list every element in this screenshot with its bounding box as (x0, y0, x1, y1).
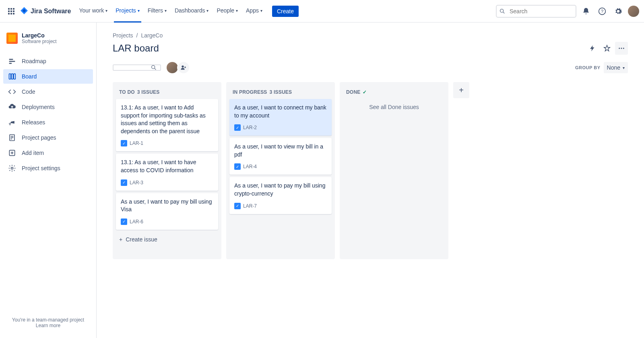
jira-logo[interactable]: Jira Software (19, 6, 71, 16)
notifications-button[interactable] (580, 5, 592, 18)
help-button[interactable]: ? (596, 5, 609, 18)
svg-line-22 (155, 68, 156, 70)
page-actions (586, 42, 628, 55)
pages-icon (8, 134, 16, 142)
svg-rect-6 (9, 63, 12, 64)
group-by-control: GROUP BY None▾ (575, 62, 628, 73)
card-title: As a user, I want to view my bill in a p… (234, 143, 327, 159)
sidebar-item-board[interactable]: Board (3, 69, 93, 84)
issue-card[interactable]: 13.1: As a user, I want to have access t… (116, 154, 218, 190)
breadcrumb-projects[interactable]: Projects (113, 32, 133, 39)
nav-projects[interactable]: Projects▾ (114, 0, 141, 23)
task-icon: ✓ (121, 140, 127, 146)
grid-icon (8, 8, 14, 14)
sidebar-item-label: Code (22, 89, 35, 95)
sidebar-item-add[interactable]: Add item (3, 146, 93, 160)
sidebar-item-roadmap[interactable]: Roadmap (3, 54, 93, 68)
card-key: LAR-4 (243, 164, 257, 169)
issue-card[interactable]: As a user, I want to pay my bill using V… (116, 193, 218, 230)
svg-rect-9 (14, 74, 15, 79)
issue-card[interactable]: As a user, I want to view my bill in a p… (229, 138, 332, 175)
automation-button[interactable] (586, 42, 599, 55)
create-button[interactable]: Create (272, 6, 299, 17)
project-sidebar: LargeCo Software project Roadmap Board C… (0, 23, 97, 338)
star-button[interactable] (601, 42, 613, 55)
sidebar-item-label: Add item (22, 150, 44, 156)
search-input[interactable] (496, 5, 576, 18)
settings-button[interactable] (612, 5, 625, 18)
card-key: LAR-3 (130, 180, 143, 185)
card-title: As a user, I want to pay my bill using c… (234, 182, 327, 198)
nav-your-work[interactable]: Your work▾ (77, 0, 109, 23)
chevron-down-icon: ▾ (206, 8, 208, 13)
search-icon (151, 64, 157, 71)
board-column: To Do 3 issues13.1: As a user, I want to… (113, 82, 221, 259)
issue-card[interactable]: 13.1: As a user, I want to Add support f… (116, 99, 218, 151)
nav-dashboards[interactable]: Dashboards▾ (173, 0, 211, 23)
project-header[interactable]: LargeCo Software project (3, 29, 93, 47)
add-column-button[interactable]: + (453, 82, 469, 98)
sidebar-item-pages[interactable]: Project pages (3, 130, 93, 145)
column-header[interactable]: In Progress 3 issues (229, 85, 332, 99)
column-name: To Do (119, 89, 135, 95)
column-header[interactable]: To Do 3 issues (116, 85, 218, 99)
project-type: Software project (22, 39, 57, 44)
task-icon: ✓ (121, 218, 127, 225)
column-count: 3 issues (270, 89, 292, 95)
sidebar-item-code[interactable]: Code (3, 84, 93, 99)
releases-icon (8, 118, 16, 126)
nav-filters[interactable]: Filters▾ (146, 0, 168, 23)
sidebar-item-label: Project settings (22, 165, 60, 171)
search-icon (499, 8, 506, 14)
sidebar-item-deployments[interactable]: Deployments (3, 100, 93, 114)
card-key: LAR-2 (243, 125, 257, 130)
add-person-icon (180, 64, 187, 71)
add-assignee-button[interactable] (177, 61, 190, 74)
chevron-down-icon: ▾ (105, 8, 107, 13)
jira-icon (19, 6, 29, 16)
nav-people[interactable]: People▾ (215, 0, 239, 23)
svg-point-18 (619, 48, 620, 49)
profile-avatar[interactable] (628, 6, 639, 17)
check-icon: ✓ (363, 89, 367, 95)
chevron-down-icon: ▾ (236, 8, 238, 13)
learn-more-link[interactable]: Learn more (36, 323, 60, 328)
sidebar-item-settings[interactable]: Project settings (3, 161, 93, 175)
primary-nav: Your work▾ Projects▾ Filters▾ Dashboards… (76, 0, 299, 23)
sidebar-item-releases[interactable]: Releases (3, 115, 93, 130)
board-toolbar: GROUP BY None▾ (113, 61, 628, 74)
svg-rect-4 (9, 59, 13, 60)
global-header: Jira Software Your work▾ Projects▾ Filte… (0, 0, 644, 23)
column-header[interactable]: Done ✓ (343, 85, 445, 99)
add-icon (8, 149, 16, 157)
sidebar-item-label: Deployments (22, 104, 55, 110)
more-button[interactable] (615, 42, 628, 55)
main-content: Projects / LargeCo LAR board GROUP BY No… (97, 23, 644, 338)
see-all-done-link[interactable]: See all Done issues (343, 99, 445, 115)
gear-icon (614, 7, 622, 15)
svg-point-17 (11, 167, 13, 169)
nav-apps[interactable]: Apps▾ (244, 0, 264, 23)
star-icon (603, 45, 611, 52)
chevron-down-icon: ▾ (623, 66, 625, 70)
sidebar-item-label: Releases (22, 119, 45, 126)
kanban-board: To Do 3 issues13.1: As a user, I want to… (113, 82, 628, 259)
group-by-select[interactable]: None▾ (604, 62, 628, 73)
column-count: 3 issues (137, 89, 160, 95)
issue-card[interactable]: As a user, I want to pay my bill using c… (229, 177, 332, 214)
create-issue-button[interactable]: +Create issue (116, 232, 218, 247)
card-title: 13.1: As a user, I want to have access t… (121, 159, 213, 174)
task-icon: ✓ (234, 203, 241, 209)
issue-card[interactable]: As a user, I want to connect my bank to … (229, 99, 332, 136)
svg-rect-7 (9, 74, 11, 79)
breadcrumb-project[interactable]: LargeCo (141, 32, 163, 39)
app-switcher-button[interactable] (5, 5, 18, 18)
task-icon: ✓ (121, 179, 127, 186)
gear-icon (8, 164, 16, 172)
board-column: In Progress 3 issuesAs a user, I want to… (226, 82, 335, 259)
breadcrumb: Projects / LargeCo (113, 32, 628, 39)
board-search[interactable] (113, 64, 161, 71)
card-title: As a user, I want to connect my bank to … (234, 104, 327, 120)
svg-point-20 (623, 48, 624, 49)
card-key: LAR-6 (130, 219, 143, 225)
